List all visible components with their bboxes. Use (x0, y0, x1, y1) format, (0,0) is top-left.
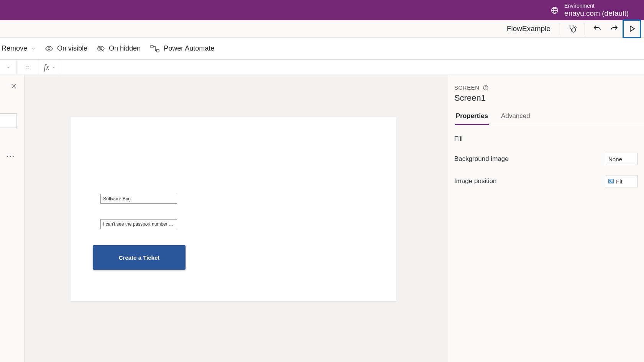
app-title: FlowExample (507, 25, 550, 33)
svg-rect-7 (156, 49, 159, 52)
remove-label: Remove (2, 44, 27, 52)
on-hidden-label: On hidden (109, 44, 141, 52)
eye-icon (45, 44, 53, 53)
formula-input[interactable] (61, 60, 644, 75)
flow-icon (150, 44, 160, 54)
formula-bar: = fx (0, 60, 644, 75)
on-hidden-button[interactable]: On hidden (97, 44, 141, 53)
play-preview-button[interactable] (623, 20, 641, 38)
eye-off-icon (97, 44, 105, 53)
power-automate-label: Power Automate (164, 44, 214, 52)
redo-button[interactable] (606, 20, 623, 37)
fx-label: fx (44, 63, 49, 72)
power-automate-button[interactable]: Power Automate (150, 44, 214, 54)
svg-rect-6 (151, 45, 153, 48)
equals-sign: = (17, 60, 38, 75)
svg-point-4 (48, 48, 50, 50)
svg-point-2 (575, 27, 576, 28)
chevron-down-icon (31, 46, 36, 51)
global-header: Environment enayu.com (default) (0, 0, 644, 20)
divider (560, 23, 560, 34)
environment-value: enayu.com (default) (564, 9, 629, 18)
remove-button[interactable]: Remove (2, 44, 36, 52)
app-title-row: FlowExample (0, 20, 644, 38)
fx-button[interactable]: fx (38, 60, 61, 75)
globe-icon (550, 6, 559, 15)
on-visible-label: On visible (57, 44, 87, 52)
redo-icon (610, 24, 619, 33)
environment-label: Environment (564, 3, 629, 9)
play-icon (627, 24, 636, 33)
app-checker-button[interactable] (564, 20, 581, 37)
on-visible-button[interactable]: On visible (45, 44, 87, 53)
divider (585, 23, 585, 34)
chevron-down-icon (52, 66, 56, 69)
environment-switcher[interactable]: Environment enayu.com (default) (550, 3, 629, 18)
stethoscope-icon (568, 24, 577, 33)
chevron-down-icon (6, 65, 11, 70)
ribbon-toolbar: Remove On visible On hidden Power Au (0, 38, 644, 60)
property-selector[interactable] (0, 60, 17, 75)
undo-button[interactable] (589, 20, 606, 37)
svg-marker-3 (630, 26, 634, 31)
undo-icon (593, 24, 602, 33)
